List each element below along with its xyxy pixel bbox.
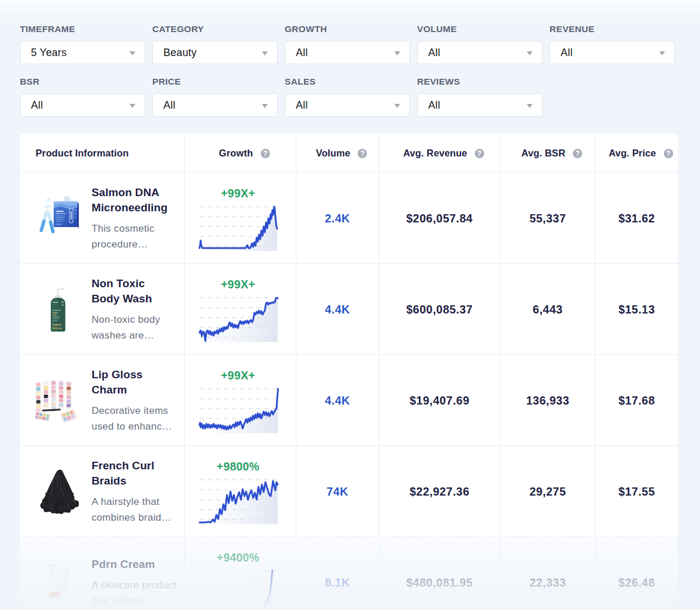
svg-text:leaves: leaves (52, 326, 62, 330)
